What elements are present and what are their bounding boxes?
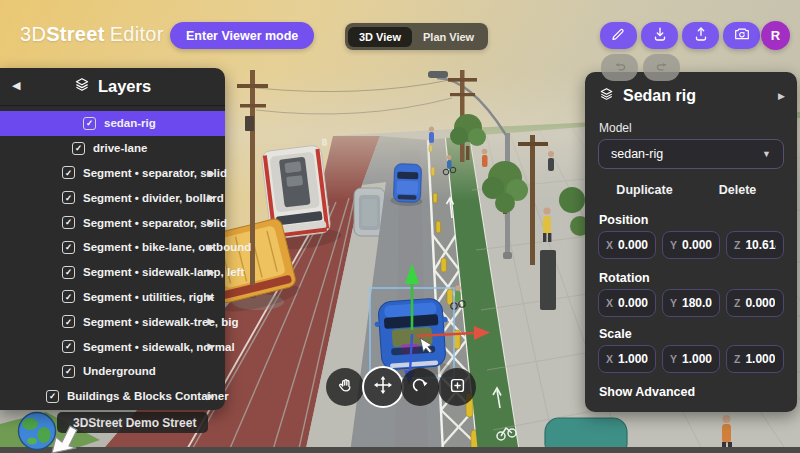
expand-chevron-icon[interactable]: ▶ bbox=[207, 342, 214, 351]
user-avatar[interactable]: R bbox=[761, 21, 790, 50]
axis-label: Z bbox=[734, 297, 740, 309]
expand-chevron-icon[interactable]: ▶ bbox=[207, 392, 214, 401]
bush bbox=[559, 187, 585, 213]
duplicate-button[interactable]: Duplicate bbox=[598, 179, 691, 201]
expand-chevron-icon[interactable]: ▶ bbox=[207, 193, 214, 202]
scale-y-field[interactable]: Y 1.000 bbox=[662, 345, 720, 373]
layer-item-sedan-rig[interactable]: sedan-rig bbox=[0, 111, 225, 136]
position-x-field[interactable]: X 0.000 bbox=[598, 231, 656, 259]
layer-item-segment-sidewalk-normal[interactable]: Segment • sidewalk, normal ▶ bbox=[0, 334, 225, 359]
layer-visibility-checkbox[interactable] bbox=[72, 142, 85, 155]
axis-label: X bbox=[606, 239, 613, 251]
rotate-tool-button[interactable] bbox=[401, 368, 439, 406]
layer-item-buildings-blocks-container[interactable]: Buildings & Blocks Container ▶ bbox=[0, 384, 225, 409]
layer-visibility-checkbox[interactable] bbox=[62, 191, 75, 204]
download-icon bbox=[651, 25, 669, 47]
axis-label: Z bbox=[734, 239, 740, 251]
entity-actions: Duplicate Delete bbox=[598, 179, 784, 201]
layer-item-segment-bike-lane[interactable]: Segment • bike-lane, outbound ▶ bbox=[0, 235, 225, 260]
expand-chevron-icon[interactable]: ▶ bbox=[207, 169, 214, 178]
expand-chevron-icon[interactable]: ▶ bbox=[207, 293, 214, 302]
layer-item-segment-separator-2[interactable]: Segment • separator, solid ▶ bbox=[0, 210, 225, 235]
axis-label: Z bbox=[734, 353, 740, 365]
pedestrian[interactable] bbox=[429, 126, 434, 143]
axis-value: 1.000 bbox=[618, 352, 648, 366]
enter-viewer-mode-button[interactable]: Enter Viewer mode bbox=[170, 22, 314, 49]
rotation-fields: X 0.000 Y 180.0... Z 0.000 bbox=[598, 289, 784, 317]
tab-3d-view[interactable]: 3D View bbox=[348, 27, 412, 47]
layers-panel-header: ◀ Layers bbox=[0, 68, 225, 106]
layer-visibility-checkbox[interactable] bbox=[62, 340, 75, 353]
layer-item-segment-utilities[interactable]: Segment • utilities, right ▶ bbox=[0, 285, 225, 310]
layer-visibility-checkbox[interactable] bbox=[62, 266, 75, 279]
layer-visibility-checkbox[interactable] bbox=[62, 241, 75, 254]
car-outbound[interactable] bbox=[390, 163, 423, 206]
delete-button[interactable]: Delete bbox=[691, 179, 784, 201]
pedestrian[interactable] bbox=[482, 149, 488, 167]
layer-item-underground[interactable]: Underground bbox=[0, 359, 225, 384]
layer-item-segment-sidewalk-lamp[interactable]: Segment • sidewalk-lamp, left ▶ bbox=[0, 260, 225, 285]
axis-value: 180.0... bbox=[682, 296, 712, 310]
expand-chevron-icon[interactable]: ▶ bbox=[207, 317, 214, 326]
layer-visibility-checkbox[interactable] bbox=[83, 117, 96, 130]
axis-label: X bbox=[606, 297, 613, 309]
expand-chevron-icon[interactable]: ▶ bbox=[207, 243, 214, 252]
add-entity-icon bbox=[448, 376, 467, 399]
scene-bottom-edge bbox=[0, 447, 800, 453]
model-select[interactable]: sedan-rig ▼ bbox=[598, 139, 784, 169]
layers-stack-icon bbox=[74, 77, 90, 97]
axis-value: 0.000 bbox=[745, 296, 775, 310]
edit-button[interactable] bbox=[600, 22, 637, 49]
pan-tool-button[interactable] bbox=[326, 368, 364, 406]
expand-chevron-icon[interactable]: ▶ bbox=[207, 268, 214, 277]
axis-label: Y bbox=[670, 239, 677, 251]
rotate-icon bbox=[411, 376, 430, 399]
layer-item-label: Segment • separator, solid bbox=[83, 217, 227, 229]
upload-button[interactable] bbox=[682, 22, 719, 49]
layer-item-segment-sidewalk-tree[interactable]: Segment • sidewalk-tree, big ▶ bbox=[0, 309, 225, 334]
hand-icon bbox=[336, 376, 355, 399]
show-advanced-button[interactable]: Show Advanced bbox=[599, 385, 695, 399]
undo-button-disabled[interactable] bbox=[601, 54, 638, 81]
model-label: Model bbox=[599, 121, 632, 135]
layer-visibility-checkbox[interactable] bbox=[62, 365, 75, 378]
layer-item-label: Segment • sidewalk-tree, big bbox=[83, 316, 239, 328]
layer-visibility-checkbox[interactable] bbox=[62, 315, 75, 328]
rotation-z-field[interactable]: Z 0.000 bbox=[726, 289, 784, 317]
pedestrian[interactable] bbox=[548, 151, 554, 171]
panel-expand-chevron-icon[interactable]: ▶ bbox=[778, 91, 785, 101]
scale-x-field[interactable]: X 1.000 bbox=[598, 345, 656, 373]
layer-item-segment-divider-bollard[interactable]: Segment • divider, bollard ▶ bbox=[0, 185, 225, 210]
layer-visibility-checkbox[interactable] bbox=[62, 290, 75, 303]
position-y-field[interactable]: Y 0.000 bbox=[662, 231, 720, 259]
position-z-field[interactable]: Z 10.614 bbox=[726, 231, 784, 259]
layer-item-drive-lane[interactable]: drive-lane bbox=[0, 136, 225, 161]
layer-item-label: Segment • bike-lane, outbound bbox=[83, 241, 251, 253]
position-fields: X 0.000 Y 0.000 Z 10.614 bbox=[598, 231, 784, 259]
scale-z-field[interactable]: Z 1.000 bbox=[726, 345, 784, 373]
download-button[interactable] bbox=[641, 22, 678, 49]
collapse-panel-chevron-icon[interactable]: ◀ bbox=[12, 80, 20, 91]
layer-visibility-checkbox[interactable] bbox=[62, 166, 75, 179]
layer-visibility-checkbox[interactable] bbox=[62, 216, 75, 229]
rotation-y-field[interactable]: Y 180.0... bbox=[662, 289, 720, 317]
layer-item-label: Segment • sidewalk-lamp, left bbox=[83, 266, 244, 278]
properties-panel: Sedan rig ▶ Model sedan-rig ▼ Duplicate … bbox=[585, 72, 797, 412]
expand-chevron-icon[interactable]: ▶ bbox=[207, 218, 214, 227]
add-entity-button[interactable] bbox=[438, 368, 476, 406]
app-logo[interactable]: 3DStreetEditor bbox=[20, 23, 164, 46]
layer-item-label: Segment • separator, solid bbox=[83, 167, 227, 179]
move-icon bbox=[373, 375, 393, 399]
axis-value: 0.000 bbox=[618, 296, 648, 310]
rotation-x-field[interactable]: X 0.000 bbox=[598, 289, 656, 317]
layers-list: sedan-rig drive-lane Segment • separator… bbox=[0, 106, 225, 410]
capture-button[interactable] bbox=[723, 22, 760, 49]
scale-fields: X 1.000 Y 1.000 Z 1.000 bbox=[598, 345, 784, 373]
tab-plan-view[interactable]: Plan View bbox=[412, 27, 485, 47]
redo-button-disabled[interactable] bbox=[643, 54, 680, 81]
layer-item-segment-separator-1[interactable]: Segment • separator, solid ▶ bbox=[0, 161, 225, 186]
axis-value: 1.000 bbox=[682, 352, 712, 366]
layers-stack-icon bbox=[599, 87, 614, 106]
move-tool-button[interactable] bbox=[362, 366, 404, 408]
layer-visibility-checkbox[interactable] bbox=[46, 390, 59, 403]
